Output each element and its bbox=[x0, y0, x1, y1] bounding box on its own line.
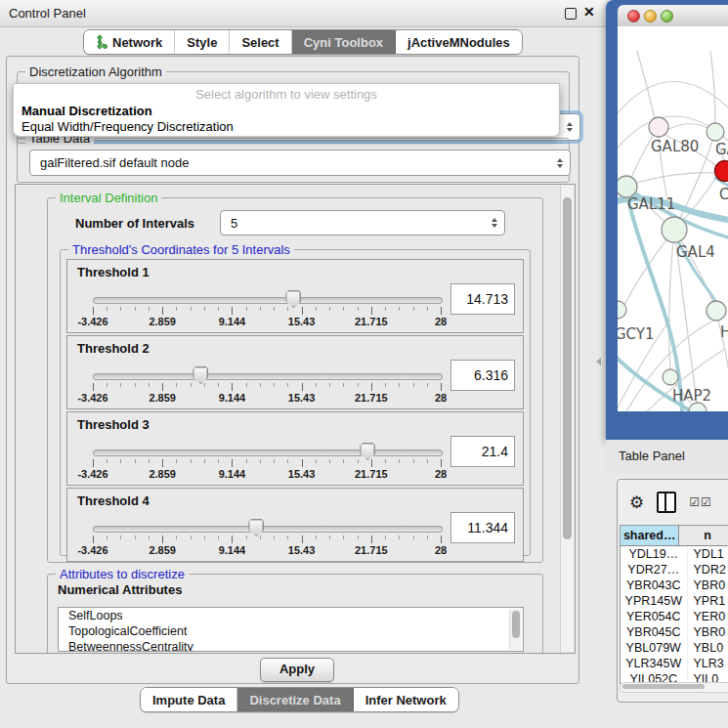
gear-icon[interactable]: ⚙ bbox=[629, 494, 644, 511]
table-row[interactable]: YBR043CYBR0 bbox=[621, 578, 728, 593]
slider-track[interactable] bbox=[93, 526, 443, 533]
table-row[interactable]: YDL19…YDL1 bbox=[621, 546, 728, 562]
table-data-combobox[interactable]: galFiltered.sif default node bbox=[29, 150, 571, 176]
close-icon[interactable]: ✕ bbox=[583, 4, 595, 20]
threshold-3-value-field[interactable]: 21.4 bbox=[450, 436, 515, 467]
threshold-4-label: Threshold 4 bbox=[77, 493, 150, 508]
threshold-2-slider[interactable]: -3.4262.8599.14415.4321.71528 bbox=[93, 367, 441, 407]
cell-shared-name[interactable]: YLR345W bbox=[621, 656, 688, 671]
slider-track[interactable] bbox=[93, 450, 443, 456]
tab-jactivemnodules[interactable]: jActiveMNodules bbox=[396, 30, 522, 54]
tab-cyni-toolbox[interactable]: Cyni Toolbox bbox=[292, 30, 396, 54]
tab-network[interactable]: Network bbox=[84, 30, 175, 54]
algorithm-dropdown-popup: Select algorithm to view settings Manual… bbox=[13, 83, 560, 137]
tab-jactivemnodules-label: jActiveMNodules bbox=[407, 35, 510, 50]
menu-item-equal-width-frequency[interactable]: Equal Width/Frequency Discretization bbox=[14, 119, 559, 135]
cell-shared-name[interactable]: YDL19… bbox=[621, 546, 688, 562]
threshold-3-slider[interactable]: -3.4262.8599.14415.4321.71528 bbox=[93, 444, 441, 483]
number-of-intervals-combobox[interactable]: 5 bbox=[220, 210, 505, 236]
zoom-traffic-light-icon[interactable] bbox=[661, 10, 673, 22]
attributes-list-scrollbar[interactable] bbox=[509, 609, 522, 650]
node-hap2[interactable] bbox=[663, 369, 678, 385]
list-item-topologicalcoefficient[interactable]: TopologicalCoefficient bbox=[59, 623, 523, 639]
slider-thumb[interactable] bbox=[285, 290, 301, 308]
cell-name[interactable]: YLR3 bbox=[688, 656, 728, 671]
cell-name[interactable]: YBR0 bbox=[688, 578, 728, 593]
slider-track[interactable] bbox=[93, 297, 443, 304]
table-data-combobox-value: galFiltered.sif default node bbox=[40, 155, 189, 170]
network-canvas[interactable]: GAL80 GA C GAL11 GAL4 GCY1 H HAP2 bbox=[618, 26, 728, 411]
tab-impute-data[interactable]: Impute Data bbox=[141, 688, 237, 711]
table-row[interactable]: YBR045CYBR0 bbox=[621, 624, 728, 640]
node-gal11[interactable] bbox=[618, 176, 637, 197]
node-label-gal11: GAL11 bbox=[627, 195, 675, 213]
threshold-4-value-field[interactable]: 11.344 bbox=[450, 512, 515, 543]
cell-name[interactable]: YPR1 bbox=[688, 593, 728, 609]
table-row[interactable]: YBL079WYBL0 bbox=[621, 640, 728, 656]
node-gal80[interactable] bbox=[649, 117, 668, 137]
numerical-attributes-list: SelfLoops TopologicalCoefficient Between… bbox=[58, 607, 524, 652]
node-right-mid[interactable] bbox=[707, 301, 726, 321]
combo-arrows-icon bbox=[567, 122, 573, 132]
cell-shared-name[interactable]: YDR27… bbox=[621, 562, 688, 578]
close-traffic-light-icon[interactable] bbox=[627, 10, 640, 22]
table-row[interactable]: YLR345WYLR3 bbox=[621, 656, 728, 671]
column-header-name[interactable]: n bbox=[679, 526, 728, 546]
slider-thumb[interactable] bbox=[360, 443, 375, 460]
cell-shared-name[interactable]: YBR045C bbox=[621, 624, 688, 640]
threshold-1-value-field[interactable]: 14.713 bbox=[450, 283, 515, 315]
combo-arrows-icon bbox=[557, 158, 563, 168]
cell-shared-name[interactable]: YPR145W bbox=[621, 593, 688, 609]
tick-label: 21.715 bbox=[355, 468, 388, 480]
panel-splitter-grip[interactable] bbox=[596, 358, 601, 365]
scrollbar-thumb[interactable] bbox=[622, 684, 705, 689]
table-row[interactable]: YER054CYER0 bbox=[621, 609, 728, 624]
tab-discretize-data[interactable]: Discretize Data bbox=[237, 688, 353, 711]
node-gal4[interactable] bbox=[662, 217, 687, 242]
tick-label: 9.144 bbox=[219, 392, 246, 404]
threshold-1-slider[interactable]: -3.4262.8599.14415.4321.71528 bbox=[93, 291, 441, 330]
cell-name[interactable]: YDL1 bbox=[688, 546, 728, 562]
cell-name[interactable]: YBR0 bbox=[688, 624, 728, 640]
thresholds-group-title: Threshold's Coordinates for 5 Intervals bbox=[68, 242, 294, 257]
select-columns-checkboxes-icon[interactable]: ☑☑ bbox=[689, 495, 712, 509]
tab-select-label: Select bbox=[241, 35, 278, 50]
scrollbar-thumb[interactable] bbox=[563, 197, 572, 539]
column-header-shared-name[interactable]: shared… bbox=[621, 526, 679, 546]
tab-style-label: Style bbox=[187, 35, 217, 50]
tick-label: -3.426 bbox=[77, 468, 107, 480]
cell-name[interactable]: YDR2 bbox=[688, 562, 728, 578]
threshold-2-label: Threshold 2 bbox=[77, 341, 150, 356]
apply-button[interactable]: Apply bbox=[260, 658, 334, 682]
tick-label: 2.859 bbox=[149, 544, 176, 556]
table-horizontal-scrollbar[interactable] bbox=[620, 682, 728, 693]
table-row[interactable]: YDR27…YDR2 bbox=[621, 562, 728, 578]
cyni-toolbox-panel: Discretization Algorithm Table Data galF… bbox=[6, 56, 579, 684]
cell-name[interactable]: YBL0 bbox=[688, 640, 728, 656]
slider-ticks bbox=[93, 383, 442, 391]
columns-icon[interactable] bbox=[657, 492, 676, 513]
slider-track[interactable] bbox=[93, 373, 443, 380]
cell-shared-name[interactable]: YBR043C bbox=[621, 578, 688, 593]
number-of-intervals-value: 5 bbox=[231, 216, 237, 231]
slider-thumb[interactable] bbox=[193, 366, 208, 384]
threshold-4-slider[interactable]: -3.4262.8599.14415.4321.71528 bbox=[93, 520, 441, 559]
cell-shared-name[interactable]: YER054C bbox=[621, 609, 688, 624]
table-header-row: shared… n bbox=[621, 526, 728, 546]
settings-vertical-scrollbar[interactable] bbox=[560, 186, 574, 652]
cell-shared-name[interactable]: YBL079W bbox=[621, 640, 688, 656]
tab-infer-network[interactable]: Infer Network bbox=[354, 688, 458, 711]
node-top-right[interactable] bbox=[707, 123, 724, 141]
threshold-2-value-field[interactable]: 6.316 bbox=[450, 360, 515, 391]
tab-select[interactable]: Select bbox=[230, 30, 291, 54]
table-row[interactable]: YPR145WYPR1 bbox=[621, 593, 728, 609]
network-graph: GAL80 GA C GAL11 GAL4 GCY1 H HAP2 bbox=[618, 26, 728, 411]
cell-name[interactable]: YER0 bbox=[688, 609, 728, 624]
minimize-traffic-light-icon[interactable] bbox=[644, 10, 657, 22]
float-window-icon[interactable] bbox=[565, 8, 577, 20]
tab-style[interactable]: Style bbox=[175, 30, 230, 54]
slider-thumb[interactable] bbox=[248, 519, 264, 536]
list-item-selfloops[interactable]: SelfLoops bbox=[59, 608, 523, 623]
list-item-betweennesscentrality[interactable]: BetweennessCentrality bbox=[59, 639, 523, 652]
menu-item-manual-discretization[interactable]: Manual Discretization bbox=[14, 104, 559, 119]
